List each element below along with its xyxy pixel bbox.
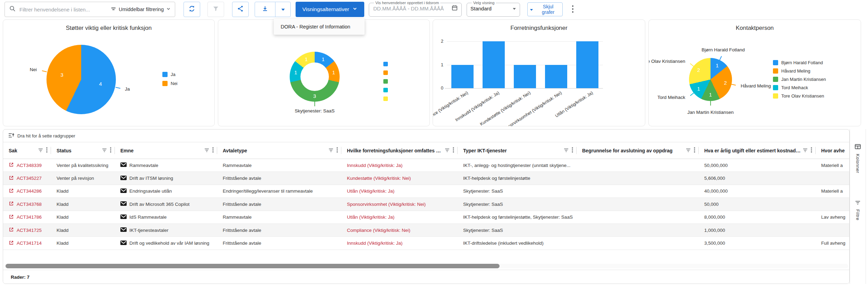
legend-item[interactable]: Jan Martin Kristiansen <box>773 77 826 82</box>
column-filter-icon[interactable] <box>329 148 333 154</box>
column-filter-icon[interactable] <box>803 148 808 154</box>
pie-category-label: Skytjenester: SaaS <box>295 108 335 114</box>
table-row[interactable]: ACT341786KladdIdS RammeavtaleRammeavtale… <box>3 211 849 224</box>
sak-link[interactable]: ACT341725 <box>17 228 42 233</box>
search-input[interactable] <box>19 6 108 13</box>
table-row[interactable]: ACT343768KladdDrift av Microsoft 365 Cop… <box>3 198 849 211</box>
legend-item[interactable]: Bjørn Harald Fotland <box>773 60 823 65</box>
cell-text: Kladd <box>57 202 69 207</box>
cell-emne: IKT-tjenesteavtaler <box>115 224 217 236</box>
pie-value-label: 4 <box>99 81 102 87</box>
column-menu-icon[interactable] <box>694 147 695 154</box>
view-select-label: Velg visning <box>472 1 496 5</box>
filter-mode-toggle[interactable]: Umiddelbar filtrering <box>111 7 171 12</box>
open-record-icon[interactable] <box>9 214 14 220</box>
pie-value-label: 1 <box>716 62 718 69</box>
search-box[interactable]: Umiddelbar filtrering <box>5 2 175 17</box>
envelope-icon <box>120 227 127 233</box>
column-header-sak[interactable]: Sak <box>3 142 51 159</box>
legend-item[interactable]: Tord Meihack <box>773 85 808 90</box>
open-record-icon[interactable] <box>9 227 14 233</box>
share-button[interactable] <box>232 2 249 17</box>
cell-text: Utlån (Viktig/kritisk: Ja) <box>347 188 394 194</box>
open-record-icon[interactable] <box>9 162 14 168</box>
sak-link[interactable]: ACT341786 <box>17 214 42 220</box>
visningsalternativer-button[interactable]: Visningsalternativer <box>296 2 364 17</box>
column-filter-icon[interactable] <box>564 148 569 154</box>
column-header-begrunnelse[interactable]: Begrunnelse for avslutning av oppdrag <box>577 142 699 159</box>
column-filter-icon[interactable] <box>38 148 43 154</box>
legend-item[interactable] <box>383 62 388 66</box>
legend-swatch <box>383 70 388 75</box>
column-header-ikt[interactable]: Typer IKT-tjenester <box>458 142 577 159</box>
column-menu-icon[interactable] <box>811 147 812 154</box>
sak-link[interactable]: ACT341714 <box>17 241 42 246</box>
column-header-avtaletype[interactable]: Avtaletype <box>217 142 341 159</box>
column-menu-icon[interactable] <box>572 147 573 154</box>
date-range-input[interactable] <box>373 5 449 12</box>
view-select-field[interactable]: Velg visning Standard <box>467 1 520 17</box>
sak-link[interactable]: ACT348339 <box>17 163 42 168</box>
x-axis-line <box>445 88 603 89</box>
open-record-icon[interactable] <box>9 201 14 207</box>
row-group-dropzone[interactable]: Dra hit for å sette radgrupper <box>3 129 849 142</box>
open-record-icon[interactable] <box>9 188 14 194</box>
sak-link[interactable]: ACT345227 <box>17 176 42 181</box>
column-header-avhengig[interactable]: Hvor avhe <box>816 142 849 159</box>
chart-panel-kritisk-funksjon: Støtter viktig eller kritisk funksjon4Ja… <box>3 19 215 126</box>
table-row[interactable]: ACT345227Venter på revisjonDrift av ITSM… <box>3 172 849 185</box>
sak-link[interactable]: ACT343768 <box>17 202 42 207</box>
table-row[interactable]: ACT341714KladdDrift og vedlikehold av vå… <box>3 237 849 250</box>
column-filter-icon[interactable] <box>686 148 691 154</box>
column-header-kostnad[interactable]: Hva er årlig utgift eller estimert kostn… <box>699 142 816 159</box>
cell-text: Kundestøtte (Viktig/kritisk: Nei) <box>347 176 411 181</box>
clear-filter-button[interactable] <box>207 2 224 17</box>
column-menu-icon[interactable] <box>212 147 214 154</box>
y-axis-tick-label: 2 <box>434 39 443 44</box>
legend-item[interactable]: Nei <box>162 81 178 86</box>
legend-item[interactable] <box>383 79 388 84</box>
column-menu-icon[interactable] <box>110 147 111 154</box>
hide-charts-label: Skjul grafer <box>536 4 560 15</box>
legend-item[interactable] <box>383 96 388 101</box>
legend-item[interactable]: Håvard Meling <box>773 68 810 74</box>
column-filter-icon[interactable] <box>445 148 450 154</box>
cell-ikt: IKT-helpdesk og førstelinjestøtte, Skytj… <box>458 211 577 224</box>
view-select-value: Standard <box>470 6 510 11</box>
column-header-icons <box>684 147 695 154</box>
column-menu-icon[interactable] <box>46 147 48 154</box>
pie-category-label: Tord Meihack <box>657 94 685 101</box>
table-row[interactable]: ACT341725KladdIKT-tjenesteavtalerFrittst… <box>3 224 849 237</box>
table-row[interactable]: ACT344286KladdEndringsavtale utlånEndrin… <box>3 185 849 198</box>
column-header-icons <box>801 147 812 154</box>
toolbar-more-button[interactable] <box>570 5 576 15</box>
cell-text: Compliance (Viktig/kritisk: Nei) <box>347 228 410 233</box>
table-row[interactable]: ACT348339Venter på kvalitetssikringRamme… <box>3 159 849 172</box>
cell-avtaletype: Rammeavtale <box>217 211 341 224</box>
column-header-funksjoner[interactable]: Hvilke forretningsfunksjoner omfattes av… <box>341 142 458 159</box>
column-header-status[interactable]: Status <box>51 142 115 159</box>
legend-item[interactable]: Tore Olav Kristiansen <box>773 93 824 99</box>
tab-filtre[interactable]: Filtre <box>850 200 866 220</box>
sak-link[interactable]: ACT344286 <box>17 188 42 194</box>
column-filter-icon[interactable] <box>204 148 209 154</box>
download-options-button[interactable] <box>275 2 290 17</box>
legend-item[interactable] <box>383 70 388 75</box>
cell-text: Frittstående avtale <box>223 241 261 246</box>
column-menu-icon[interactable] <box>337 147 338 154</box>
menu-item-dora-register[interactable]: DORA - Register of Information <box>274 19 365 35</box>
legend-item[interactable] <box>383 88 388 92</box>
tab-kolonner[interactable]: Kolonner <box>850 144 866 173</box>
open-record-icon[interactable] <box>9 240 14 246</box>
scrollbar-thumb[interactable] <box>6 264 500 268</box>
column-menu-icon[interactable] <box>453 147 454 154</box>
open-record-icon[interactable] <box>9 175 14 182</box>
column-filter-icon[interactable] <box>102 148 107 154</box>
cell-begrunnelse <box>577 237 699 249</box>
download-button[interactable] <box>255 2 275 17</box>
refresh-button[interactable] <box>184 2 200 17</box>
calendar-icon[interactable] <box>451 5 458 12</box>
legend-item[interactable]: Ja <box>162 72 176 77</box>
column-header-emne[interactable]: Emne <box>115 142 217 159</box>
hide-charts-button[interactable]: Skjul grafer <box>527 2 563 16</box>
